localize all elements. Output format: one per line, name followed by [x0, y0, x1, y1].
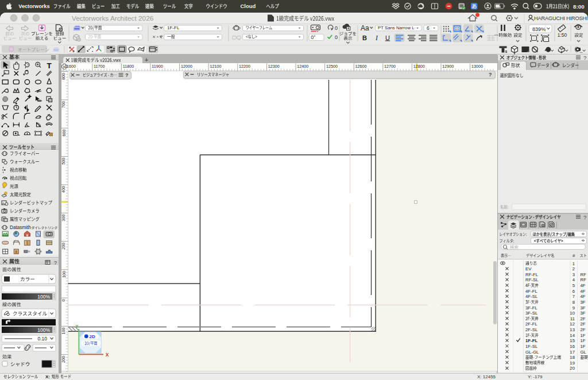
svg-text:1F: 1F: [581, 344, 586, 349]
svg-text:100%: 100%: [37, 294, 50, 300]
svg-text:12900: 12900: [442, 64, 454, 69]
svg-text:1F-FL: 1F-FL: [525, 338, 537, 343]
svg-text:RF: RF: [581, 272, 587, 277]
svg-text:?: ?: [583, 55, 586, 61]
svg-text:s: s: [505, 49, 508, 53]
svg-text:?: ?: [54, 260, 57, 266]
svg-text:?: ?: [125, 72, 129, 78]
svg-text:13: 13: [570, 327, 575, 332]
svg-text:X: 12455: X: 12455: [477, 374, 496, 379]
svg-text:6: 6: [427, 25, 430, 31]
svg-text:1F: 1F: [581, 338, 586, 343]
svg-text:4F: 4F: [581, 283, 586, 288]
svg-text:0: 0: [335, 34, 338, 40]
svg-text:8:00: 8:00: [573, 3, 585, 10]
svg-text:400: 400: [61, 186, 67, 193]
svg-text:200: 200: [61, 356, 67, 363]
svg-text:0°: 0°: [311, 34, 316, 40]
svg-text:I: I: [375, 34, 378, 41]
svg-text:2F: 2F: [581, 327, 586, 332]
svg-text:PT Sans Narrow L: PT Sans Narrow L: [378, 25, 415, 30]
svg-text:RF-FL: RF-FL: [525, 272, 539, 277]
svg-text:12: 12: [570, 321, 575, 327]
svg-text:16: 16: [570, 344, 575, 349]
svg-text:4F: 4F: [581, 289, 586, 294]
svg-text:0.10: 0.10: [37, 336, 47, 342]
svg-text:15: 15: [570, 338, 575, 343]
svg-text:EV: EV: [525, 266, 532, 272]
svg-text:12800: 12800: [413, 64, 425, 69]
svg-text:4F: 4F: [581, 294, 586, 299]
svg-text:1: 1: [572, 261, 575, 266]
svg-text:12400: 12400: [297, 64, 308, 69]
svg-text:11800: 11800: [123, 64, 134, 69]
svg-text:3F: 3F: [581, 311, 586, 316]
svg-text:X: X: [106, 352, 109, 358]
svg-text:1F-SL: 1F-SL: [525, 344, 538, 349]
svg-text:11600: 11600: [65, 64, 76, 69]
svg-text:1F-FL: 1F-FL: [167, 25, 180, 30]
svg-text:12700: 12700: [384, 64, 396, 69]
svg-text:...: ...: [413, 25, 416, 29]
svg-text:GL-GL: GL-GL: [525, 350, 539, 355]
svg-text:HARAGUCHI HIROSHI: HARAGUCHI HIROSHI: [534, 15, 587, 21]
svg-text:RF-SL: RF-SL: [525, 277, 539, 282]
svg-text:0: 0: [61, 299, 67, 301]
svg-text:8: 8: [572, 300, 575, 305]
svg-text:13000: 13000: [471, 64, 483, 69]
svg-text:B: B: [362, 34, 367, 41]
svg-text:10: 10: [570, 311, 575, 316]
svg-text:2F-FL: 2F-FL: [525, 321, 537, 327]
svg-text:12500: 12500: [326, 64, 338, 69]
svg-text:?: ?: [489, 72, 492, 77]
svg-text:18: 18: [570, 355, 575, 360]
svg-text:11700: 11700: [94, 64, 105, 69]
svg-text:3F: 3F: [581, 305, 586, 311]
svg-text:Y: -179: Y: -179: [528, 374, 543, 379]
svg-text:17: 17: [570, 350, 575, 355]
svg-text:RF: RF: [581, 277, 587, 282]
svg-text:12300: 12300: [268, 64, 280, 69]
svg-text:4F-SL: 4F-SL: [525, 294, 538, 299]
svg-text:839%: 839%: [532, 26, 546, 32]
svg-text:800: 800: [61, 73, 67, 80]
svg-text:7: 7: [572, 294, 575, 299]
svg-text:5: 5: [572, 283, 575, 288]
svg-text:3F-SL: 3F-SL: [525, 311, 538, 316]
svg-text:Aa: Aa: [361, 24, 369, 32]
svg-text:X:: X:: [45, 374, 50, 379]
svg-text:2D: 2D: [90, 334, 95, 339]
svg-text:500: 500: [61, 158, 67, 165]
svg-text:GL: GL: [581, 350, 587, 355]
svg-text:3F-FL: 3F-FL: [525, 305, 537, 311]
svg-text:2F: 2F: [581, 316, 586, 321]
svg-text:?: ?: [583, 214, 586, 220]
svg-text:9: 9: [572, 305, 575, 311]
svg-text:T: T: [47, 61, 52, 70]
svg-text:2F-SL: 2F-SL: [525, 327, 538, 332]
svg-text:300: 300: [61, 214, 67, 221]
svg-text:11900: 11900: [152, 64, 163, 69]
svg-text:4: 4: [572, 277, 575, 282]
svg-text:2F: 2F: [581, 321, 586, 327]
svg-text:1:50: 1:50: [558, 32, 567, 38]
svg-text:4F-FL: 4F-FL: [525, 289, 537, 294]
svg-text:Cloud: Cloud: [241, 3, 256, 9]
svg-text:2: 2: [572, 266, 575, 272]
svg-text:12600: 12600: [355, 64, 367, 69]
svg-text:14: 14: [570, 333, 575, 338]
svg-text:19: 19: [570, 360, 575, 366]
svg-text:1F: 1F: [581, 333, 586, 338]
svg-text:0: 0: [335, 25, 338, 31]
svg-text:3F: 3F: [581, 300, 586, 305]
svg-text:600: 600: [61, 130, 67, 137]
svg-text:200: 200: [61, 243, 67, 250]
svg-text:700: 700: [61, 101, 67, 108]
svg-text:12100: 12100: [210, 64, 222, 69]
svg-text:3: 3: [572, 272, 575, 277]
svg-text:Datasmith: Datasmith: [10, 225, 31, 230]
svg-text:12000: 12000: [181, 64, 192, 69]
svg-text:12200: 12200: [239, 64, 250, 69]
svg-text:100: 100: [61, 328, 67, 335]
svg-text:100: 100: [61, 271, 67, 278]
